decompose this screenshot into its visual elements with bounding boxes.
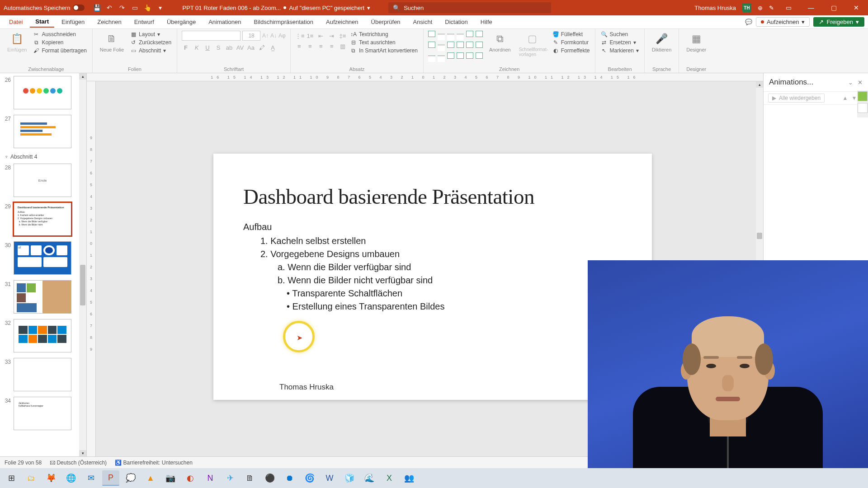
section-header[interactable]: ▿Abschnitt 4 [5, 154, 78, 160]
font-size-select[interactable]: 18 [242, 31, 260, 41]
minimize-icon[interactable]: — [803, 2, 819, 13]
italic-button[interactable]: K [193, 44, 201, 51]
section-button[interactable]: ▭Abschnitt▾ [129, 47, 172, 54]
scrollbar-handle[interactable] [80, 265, 85, 305]
tab-file[interactable]: Datei [4, 17, 28, 27]
clear-format-icon[interactable]: Aφ [278, 33, 286, 39]
tab-transitions[interactable]: Übergänge [161, 17, 201, 27]
app-icon[interactable]: 🌀 [301, 470, 318, 486]
shadow-button[interactable]: ab [225, 44, 233, 51]
tab-record[interactable]: Aufzeichnen [321, 17, 364, 27]
word-icon[interactable]: W [321, 470, 338, 486]
start-button[interactable]: ⊞ [3, 470, 20, 486]
comments-icon[interactable]: 💬 [745, 19, 752, 25]
coming-soon-icon[interactable]: ✎ [769, 5, 774, 11]
autosave-toggle[interactable]: Automatisches Speichern [4, 5, 85, 11]
align-text-button[interactable]: ⊟Text ausrichten [349, 39, 419, 46]
tab-draw[interactable]: Zeichnen [92, 17, 127, 27]
scroll-down-icon[interactable]: ▾ [79, 450, 86, 456]
language-status[interactable]: 🖂 Deutsch (Österreich) [50, 460, 107, 466]
copy-button[interactable]: ⧉Kopieren [32, 39, 87, 46]
align-right-icon[interactable]: ≡ [317, 43, 325, 50]
slide-thumb-32[interactable]: 32 [3, 319, 78, 352]
slide-author[interactable]: Thomas Hruska [279, 383, 334, 392]
case-button[interactable]: Aa [247, 44, 255, 51]
onenote-icon[interactable]: N [202, 470, 219, 486]
paste-button[interactable]: 📋Einfügen [5, 31, 29, 53]
format-painter-button[interactable]: 🖌Format übertragen [32, 47, 87, 54]
chevron-down-icon[interactable]: ⌄ [848, 79, 853, 86]
slide-canvas[interactable]: Dashboard basierende Präsentation Aufbau… [213, 154, 652, 400]
window-options-icon[interactable]: ▭ [780, 2, 797, 13]
cut-button[interactable]: ✂Ausschneiden [32, 31, 87, 38]
maximize-icon[interactable]: ▢ [826, 2, 842, 13]
scroll-up-icon[interactable]: ▴ [756, 81, 763, 88]
move-down-icon[interactable]: ▼ [851, 95, 857, 101]
designer-button[interactable]: ▦Designer [684, 31, 709, 53]
user-name[interactable]: Thomas Hruska [694, 5, 736, 11]
slide-title[interactable]: Dashboard basierende Präsentation [243, 184, 534, 209]
share-button[interactable]: ↗Freigeben▾ [813, 17, 864, 27]
app-icon[interactable]: 🗎 [241, 470, 259, 486]
bold-button[interactable]: F [182, 44, 190, 51]
slide-body[interactable]: Aufbau 1. Kacheln selbst erstellen 2. Vo… [243, 221, 444, 313]
shape-effects-button[interactable]: ◐Formeffekte [552, 47, 591, 54]
slide-thumb-27[interactable]: 27 [3, 115, 78, 148]
close-icon[interactable]: ✕ [858, 79, 863, 86]
close-icon[interactable]: ✕ [848, 2, 864, 13]
replace-button[interactable]: ⇄Ersetzen▾ [600, 39, 639, 46]
panel-option-icon[interactable] [858, 91, 868, 101]
slide-counter[interactable]: Folie 29 von 58 [5, 460, 42, 466]
indent-less-icon[interactable]: ⇤ [317, 33, 325, 39]
decrease-font-icon[interactable]: A↓ [270, 33, 277, 39]
bullets-icon[interactable]: ⋮≡ [295, 33, 303, 39]
redo-icon[interactable]: ↷ [118, 4, 126, 12]
align-left-icon[interactable]: ≡ [295, 43, 303, 50]
quick-styles-button[interactable]: ▢Schnellformat-vorlagen [516, 31, 549, 58]
from-beginning-icon[interactable]: ▭ [131, 4, 139, 12]
layout-button[interactable]: ▦Layout▾ [129, 31, 172, 38]
user-avatar[interactable]: TH [742, 3, 751, 12]
shapes-gallery[interactable] [428, 31, 484, 62]
smartart-button[interactable]: ⧉In SmartArt konvertieren [349, 47, 419, 54]
slide-thumb-34[interactable]: 34 JackbonesKaffeehaus Kunstmagier [3, 397, 78, 430]
new-slide-button[interactable]: 🗎Neue Folie [97, 31, 127, 53]
text-direction-button[interactable]: ↕ATextrichtung [349, 31, 419, 38]
telegram-icon[interactable]: ✈ [222, 470, 239, 486]
tab-insert[interactable]: Einfügen [56, 17, 90, 27]
select-button[interactable]: ↖Markieren▾ [600, 47, 639, 54]
file-explorer-icon[interactable]: 🗂 [23, 470, 40, 486]
font-color-icon[interactable]: A̲ [269, 44, 277, 51]
justify-icon[interactable]: ≡ [328, 43, 336, 50]
app-icon[interactable]: 🧊 [341, 470, 358, 486]
obs-icon[interactable]: ⚫ [261, 470, 278, 486]
firefox-icon[interactable]: 🦊 [42, 470, 60, 486]
underline-button[interactable]: U [203, 44, 212, 51]
move-up-icon[interactable]: ▲ [843, 95, 848, 101]
slide-thumb-31[interactable]: 31 [3, 280, 78, 314]
panel-option-icon[interactable] [858, 103, 868, 113]
excel-icon[interactable]: X [381, 470, 398, 486]
align-center-icon[interactable]: ≡ [306, 43, 314, 50]
line-spacing-icon[interactable]: ‡≡ [339, 33, 347, 39]
slide-thumb-28[interactable]: 28 Ende [3, 164, 78, 197]
tab-review[interactable]: Überprüfen [366, 17, 406, 27]
spacing-button[interactable]: AV [236, 44, 244, 51]
shape-fill-button[interactable]: 🪣Fülleffekt [552, 31, 591, 38]
tab-help[interactable]: Hilfe [475, 17, 498, 27]
slide-thumb-33[interactable]: 33 [3, 358, 78, 391]
scrollbar-handle[interactable] [757, 233, 762, 239]
undo-icon[interactable]: ↶ [105, 4, 113, 12]
app-icon[interactable]: ⏺ [281, 470, 298, 486]
tab-slideshow[interactable]: Bildschirmpräsentation [248, 17, 319, 27]
powerpoint-icon[interactable]: P [102, 470, 119, 486]
thumbnails-scrollbar[interactable]: ▴ ▾ [79, 73, 86, 456]
qat-more-icon[interactable]: ▾ [156, 4, 164, 12]
vlc-icon[interactable]: ▲ [142, 470, 159, 486]
play-all-button[interactable]: ▶Alle wiedergeben [768, 94, 825, 103]
columns-icon[interactable]: ▥ [339, 43, 347, 50]
tab-start[interactable]: Start [30, 16, 54, 28]
accessibility-status[interactable]: ♿ Barrierefreiheit: Untersuchen [115, 460, 193, 466]
app-icon[interactable]: ◐ [182, 470, 199, 486]
reset-button[interactable]: ↺Zurücksetzen [129, 39, 172, 46]
